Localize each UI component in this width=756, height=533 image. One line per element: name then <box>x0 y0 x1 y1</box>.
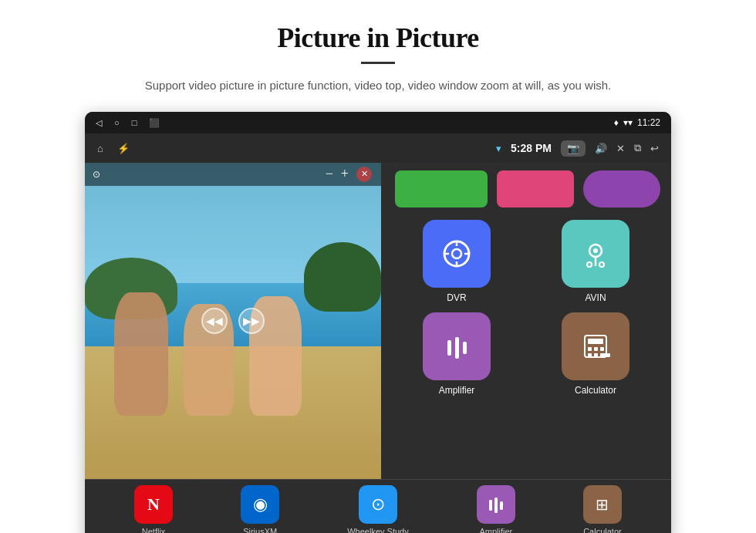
siriusxm-label: SiriusXM <box>243 527 277 534</box>
volume-icon[interactable]: 🔊 <box>595 143 607 154</box>
app-item-amplifier[interactable]: Amplifier <box>392 312 521 396</box>
bottom-calculator-icon: ⊞ <box>583 485 622 524</box>
nav-time: 5:28 PM <box>511 142 552 154</box>
usb-icon: ⚡ <box>117 143 130 154</box>
svg-rect-17 <box>594 347 598 351</box>
svg-rect-19 <box>588 353 592 357</box>
app-grid-section: DVR AVIN <box>381 163 671 479</box>
amplifier-icon-box <box>423 312 491 380</box>
svg-rect-13 <box>463 342 467 354</box>
wifi-icon: ▾▾ <box>623 117 633 128</box>
svg-point-10 <box>593 248 598 253</box>
status-bar: ◁ ○ □ ⬛ ♦ ▾▾ 11:22 <box>85 112 671 133</box>
pip-next-btn[interactable]: ▶▶ <box>238 308 265 334</box>
app-item-calculator[interactable]: Calculator <box>531 312 660 396</box>
svg-rect-24 <box>500 501 503 510</box>
app-btn-green[interactable] <box>395 170 488 207</box>
home-nav-icon[interactable]: ○ <box>114 118 120 127</box>
svg-rect-12 <box>455 337 459 359</box>
wifi-signal-icon: ▾ <box>496 143 501 154</box>
pip-record-icon: ⊙ <box>93 169 100 180</box>
nav-bar-left: ⌂ ⚡ <box>97 143 130 154</box>
svg-rect-18 <box>600 347 604 351</box>
bottom-app-calculator[interactable]: ⊞ Calculator <box>583 485 622 534</box>
close-btn[interactable]: ✕ <box>616 143 625 154</box>
status-bar-nav: ◁ ○ □ ⬛ <box>96 118 160 128</box>
page-subtitle: Support video picture in picture functio… <box>145 76 611 95</box>
bottom-app-siriusxm[interactable]: ◉ SiriusXM <box>241 485 279 534</box>
avin-label: AVIN <box>585 292 606 303</box>
back-nav-icon[interactable]: ◁ <box>96 118 102 128</box>
app-btn-pink[interactable] <box>497 170 574 207</box>
netflix-icon: N <box>134 485 173 524</box>
pip-plus-btn[interactable]: + <box>341 166 349 182</box>
pip-playback-controls: ◀◀ ▶▶ <box>201 308 265 334</box>
title-divider <box>361 62 395 64</box>
recents-nav-icon[interactable]: □ <box>132 118 137 127</box>
page-title: Picture in Picture <box>277 22 479 54</box>
netflix-label: Netflix <box>142 527 166 534</box>
back-btn[interactable]: ↩ <box>650 143 659 154</box>
svg-rect-20 <box>594 353 598 357</box>
siriusxm-icon: ◉ <box>241 485 279 524</box>
amplifier-label: Amplifier <box>439 385 475 396</box>
wheelkey-icon: ⊙ <box>359 485 397 524</box>
calculator-label: Calculator <box>575 385 616 396</box>
bottom-apps-row: N Netflix ◉ SiriusXM ⊙ Wheelkey Study <box>85 479 671 533</box>
camera-icon: 📷 <box>567 143 579 154</box>
bottom-app-wheelkey[interactable]: ⊙ Wheelkey Study <box>347 485 408 534</box>
video-placeholder: ⊙ − + ✕ ◀◀ ▶▶ <box>85 163 381 479</box>
location-icon: ♦ <box>614 117 619 128</box>
bottom-amplifier-icon <box>477 485 515 524</box>
bottom-app-netflix[interactable]: N Netflix <box>134 485 173 534</box>
avin-icon-box <box>562 220 629 288</box>
pip-close-btn[interactable]: ✕ <box>356 167 372 182</box>
svg-rect-22 <box>489 500 492 511</box>
svg-rect-21 <box>600 353 610 357</box>
nav-bar: ⌂ ⚡ ▾ 5:28 PM 📷 🔊 ✕ ⧉ ↩ <box>85 133 671 163</box>
app-item-avin[interactable]: AVIN <box>531 220 660 303</box>
dvr-label: DVR <box>447 292 466 303</box>
pip-controls-bar: ⊙ − + ✕ <box>85 163 381 186</box>
svg-point-1 <box>452 249 461 258</box>
pip-minus-btn[interactable]: − <box>326 166 333 182</box>
calculator-icon-box <box>562 312 629 380</box>
svg-point-8 <box>587 262 592 267</box>
nav-bar-right: ▾ 5:28 PM 📷 🔊 ✕ ⧉ ↩ <box>496 140 659 157</box>
wheelkey-label: Wheelkey Study <box>347 527 408 534</box>
status-bar-indicators: ♦ ▾▾ 11:22 <box>614 117 660 128</box>
main-area: ⊙ − + ✕ ◀◀ ▶▶ <box>85 163 671 479</box>
bottom-calculator-label: Calculator <box>583 527 622 534</box>
home-icon[interactable]: ⌂ <box>97 143 103 154</box>
screenshot-icon[interactable]: ⬛ <box>149 118 160 128</box>
app-btn-purple[interactable] <box>583 170 660 207</box>
camera-button[interactable]: 📷 <box>561 140 586 157</box>
app-icons-grid: DVR AVIN <box>392 217 660 396</box>
pip-prev-btn[interactable]: ◀◀ <box>201 308 228 334</box>
svg-point-9 <box>599 262 604 267</box>
status-time: 11:22 <box>637 117 660 128</box>
svg-rect-23 <box>494 498 498 513</box>
bottom-amplifier-label: Amplifier <box>479 527 512 534</box>
video-section: ⊙ − + ✕ ◀◀ ▶▶ <box>85 163 381 479</box>
device-frame: ◁ ○ □ ⬛ ♦ ▾▾ 11:22 ⌂ ⚡ ▾ 5:28 PM 📷 <box>85 112 671 533</box>
dvr-icon-box <box>423 220 491 288</box>
bottom-app-amplifier[interactable]: Amplifier <box>477 485 515 534</box>
app-item-dvr[interactable]: DVR <box>392 220 521 303</box>
pip-window-icon[interactable]: ⧉ <box>634 142 641 154</box>
svg-rect-15 <box>588 339 603 344</box>
svg-rect-11 <box>447 340 451 356</box>
svg-rect-16 <box>588 347 592 351</box>
app-row-top <box>392 170 660 207</box>
